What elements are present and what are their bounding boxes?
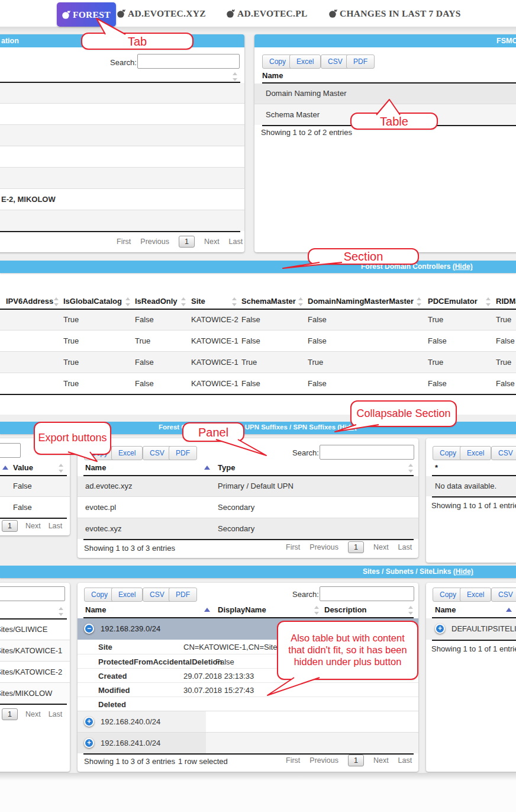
- pagination-first[interactable]: First: [117, 237, 131, 246]
- column-header[interactable]: Site: [191, 297, 205, 306]
- csv-button[interactable]: CSV: [321, 54, 350, 69]
- table-row[interactable]: Sites/KATOWICE-1: [0, 640, 70, 661]
- column-header-star[interactable]: *: [435, 463, 438, 472]
- column-header[interactable]: PDCEmulator: [428, 297, 478, 306]
- panel-header: FSMO: [254, 34, 516, 47]
- pagination-next[interactable]: Next: [373, 756, 389, 765]
- table-row[interactable]: + 192.168.241.0/24: [78, 732, 418, 753]
- collapse-row-icon[interactable]: −: [84, 624, 94, 634]
- column-header-name[interactable]: Name: [85, 463, 106, 472]
- pagination-page-1[interactable]: 1: [2, 708, 18, 720]
- sort-ascending-icon[interactable]: [506, 608, 512, 612]
- pagination-first[interactable]: First: [286, 543, 300, 551]
- search-input[interactable]: [137, 54, 240, 69]
- sort-icon[interactable]: [298, 297, 304, 307]
- table-row: ad.evotec.xyz Primary / Default UPN: [78, 476, 418, 496]
- csv-button[interactable]: CSV: [491, 588, 516, 602]
- sort-icon[interactable]: [180, 297, 186, 307]
- column-header[interactable]: SchemaMaster: [241, 297, 296, 306]
- excel-button[interactable]: Excel: [111, 588, 143, 602]
- table-info: Showing 1 to 2 of 2 entries: [261, 128, 352, 137]
- pagination-next[interactable]: Next: [25, 522, 41, 530]
- table-row: evotec.xyz Secondary: [78, 518, 418, 539]
- sort-icon[interactable]: [58, 463, 64, 473]
- pagination-previous[interactable]: Previous: [309, 543, 338, 551]
- tab-changes-last-7-days[interactable]: CHANGES IN LAST 7 DAYS: [329, 0, 461, 27]
- hide-link[interactable]: (Hide): [453, 262, 473, 271]
- sort-icon[interactable]: [416, 297, 422, 307]
- column-header-name[interactable]: Name: [435, 605, 456, 614]
- pagination-last[interactable]: Last: [49, 522, 63, 530]
- expand-row-icon[interactable]: +: [435, 624, 445, 634]
- pagination-first[interactable]: First: [286, 756, 300, 765]
- search-input[interactable]: [0, 443, 21, 458]
- table-row[interactable]: Sites/KATOWICE-2: [0, 661, 70, 682]
- column-header-type[interactable]: Type: [218, 463, 235, 472]
- tab-ad-evotec-pl[interactable]: AD.EVOTEC.PL: [227, 0, 308, 27]
- pagination-page-1[interactable]: 1: [348, 755, 364, 766]
- sort-icon[interactable]: [232, 72, 238, 82]
- search-input[interactable]: [320, 445, 414, 460]
- sort-icon[interactable]: [408, 605, 414, 615]
- column-header[interactable]: DomainNamingMasterMaster: [308, 297, 414, 306]
- copy-button[interactable]: Copy: [84, 588, 115, 602]
- search-input[interactable]: [0, 586, 65, 601]
- sort-icon[interactable]: [485, 297, 491, 307]
- pagination-page-1[interactable]: 1: [348, 541, 364, 553]
- column-header[interactable]: IPV6Address: [6, 297, 53, 306]
- sort-ascending-icon[interactable]: [204, 466, 210, 470]
- excel-button[interactable]: Excel: [289, 54, 321, 69]
- column-header-name[interactable]: Name: [85, 605, 106, 614]
- pagination-page-1[interactable]: 1: [2, 520, 18, 532]
- pdf-button[interactable]: PDF: [346, 54, 375, 69]
- pagination-next[interactable]: Next: [204, 237, 220, 246]
- column-header-displayname[interactable]: DisplayName: [218, 605, 266, 614]
- sort-icon[interactable]: [231, 297, 237, 307]
- cell: True: [63, 336, 79, 345]
- table-row[interactable]: + DEFAULTIPSITELINK: [426, 618, 516, 640]
- sort-ascending-icon[interactable]: [204, 608, 210, 612]
- sort-icon[interactable]: [408, 463, 414, 473]
- table-row[interactable]: Sites/MIKOLOW: [0, 682, 70, 704]
- csv-button[interactable]: CSV: [491, 446, 516, 460]
- copy-button[interactable]: Copy: [433, 588, 463, 602]
- pagination-previous[interactable]: Previous: [140, 237, 169, 246]
- copy-button[interactable]: Copy: [262, 54, 293, 69]
- table-row: True False KATOWICE-2 False False True T…: [0, 310, 516, 330]
- tab-forest[interactable]: FOREST: [57, 2, 116, 27]
- column-header[interactable]: IsGlobalCatalog: [63, 297, 122, 306]
- hide-link[interactable]: (Hide): [453, 567, 473, 576]
- pdf-button[interactable]: PDF: [169, 588, 197, 602]
- column-header-name[interactable]: Name: [262, 71, 283, 80]
- sort-ascending-icon[interactable]: [2, 466, 8, 470]
- pagination-last[interactable]: Last: [398, 543, 412, 551]
- pagination-last[interactable]: Last: [49, 710, 63, 718]
- tab-ad-evotec-xyz[interactable]: AD.EVOTEC.XYZ: [117, 0, 206, 27]
- pagination-last[interactable]: Last: [398, 756, 412, 765]
- pagination-previous[interactable]: Previous: [309, 756, 338, 765]
- excel-button[interactable]: Excel: [460, 446, 491, 460]
- search-input[interactable]: [320, 586, 414, 601]
- csv-button[interactable]: CSV: [143, 588, 172, 602]
- copy-button[interactable]: Copy: [433, 446, 463, 460]
- pagination-last[interactable]: Last: [229, 237, 243, 246]
- sort-icon[interactable]: [314, 605, 320, 615]
- expand-row-icon[interactable]: +: [84, 717, 94, 727]
- pdf-button[interactable]: PDF: [169, 446, 197, 460]
- csv-button[interactable]: CSV: [143, 446, 172, 460]
- excel-button[interactable]: Excel: [111, 446, 143, 460]
- excel-button[interactable]: Excel: [460, 588, 491, 602]
- column-header-description[interactable]: Description: [324, 605, 367, 614]
- pagination-next[interactable]: Next: [25, 710, 41, 718]
- column-header[interactable]: IsReadOnly: [135, 297, 178, 306]
- column-header[interactable]: RIDMaster: [496, 297, 516, 306]
- sort-icon[interactable]: [58, 606, 64, 617]
- pagination-page-1[interactable]: 1: [179, 236, 195, 248]
- table-row[interactable]: + 192.168.240.0/24: [78, 711, 418, 732]
- expand-row-icon[interactable]: +: [84, 738, 94, 748]
- sort-icon[interactable]: [125, 297, 131, 307]
- column-header-value[interactable]: Value: [13, 463, 33, 472]
- sort-icon[interactable]: [53, 297, 59, 307]
- pagination-next[interactable]: Next: [373, 543, 389, 551]
- table-row[interactable]: Sites/GLIWICE: [0, 620, 70, 640]
